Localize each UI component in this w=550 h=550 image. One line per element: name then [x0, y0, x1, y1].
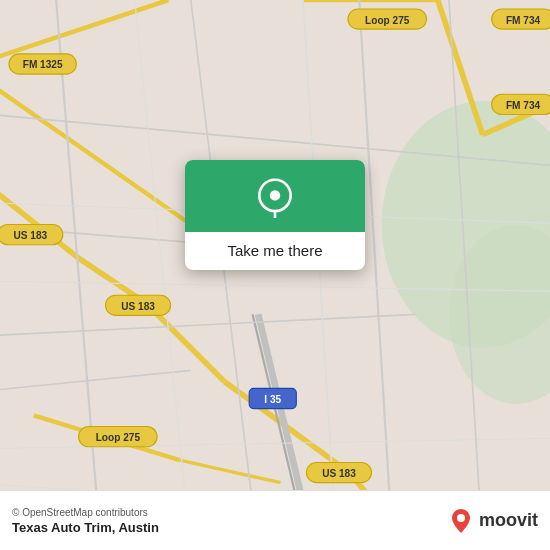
svg-text:Loop 275: Loop 275 — [365, 15, 410, 26]
svg-text:FM 734: FM 734 — [506, 15, 541, 26]
location-info: © OpenStreetMap contributors Texas Auto … — [12, 507, 159, 535]
location-pin-icon — [255, 178, 295, 218]
location-name-text: Texas Auto Trim, Austin — [12, 520, 159, 535]
bottom-bar: © OpenStreetMap contributors Texas Auto … — [0, 490, 550, 550]
map-container: FM 734 FM 734 FM 1325 Loop 275 US 183 US… — [0, 0, 550, 550]
moovit-logo: moovit — [447, 507, 538, 535]
svg-text:US 183: US 183 — [121, 301, 155, 312]
svg-point-60 — [457, 514, 465, 522]
svg-text:I 35: I 35 — [264, 394, 281, 405]
svg-text:FM 734: FM 734 — [506, 100, 541, 111]
attribution-text: © OpenStreetMap contributors — [12, 507, 159, 518]
moovit-icon — [447, 507, 475, 535]
popup-header — [185, 160, 365, 232]
popup-footer[interactable]: Take me there — [185, 232, 365, 270]
map-background: FM 734 FM 734 FM 1325 Loop 275 US 183 US… — [0, 0, 550, 550]
svg-text:FM 1325: FM 1325 — [23, 59, 63, 70]
popup-card: Take me there — [185, 160, 365, 270]
svg-text:US 183: US 183 — [322, 468, 356, 479]
svg-point-58 — [270, 190, 280, 200]
take-me-there-button[interactable]: Take me there — [227, 242, 322, 259]
svg-text:US 183: US 183 — [13, 230, 47, 241]
moovit-brand-text: moovit — [479, 510, 538, 531]
svg-text:Loop 275: Loop 275 — [96, 432, 141, 443]
